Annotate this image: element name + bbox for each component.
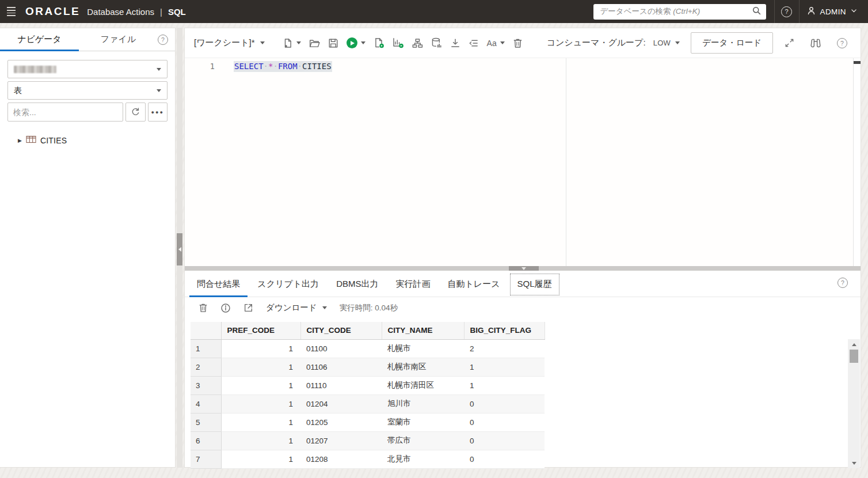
grid-cell[interactable]: 01110: [300, 376, 382, 394]
results-splitter[interactable]: [185, 266, 861, 271]
object-type-select[interactable]: 表: [7, 81, 167, 100]
grid-cell[interactable]: 01208: [300, 450, 382, 468]
grid-cell[interactable]: 北見市: [382, 450, 464, 468]
tab-sql-history[interactable]: SQL履歴: [509, 272, 561, 297]
tab-navigator[interactable]: ナビゲータ: [0, 28, 79, 51]
tree-item-cities[interactable]: ▶ CITIES: [18, 135, 167, 146]
run-script-button[interactable]: [374, 35, 384, 51]
chevron-down-icon[interactable]: [296, 41, 301, 44]
format-code-button[interactable]: [469, 35, 479, 51]
table-row[interactable]: 6101207帯広市0: [191, 431, 545, 450]
font-size-button[interactable]: Aa: [487, 35, 505, 51]
explain-plan-button[interactable]: [412, 35, 423, 51]
sidebar-help-button[interactable]: ?: [158, 35, 168, 45]
clear-worksheet-button[interactable]: [513, 35, 523, 51]
grid-cell[interactable]: 室蘭市: [382, 413, 464, 431]
editor-scrollbar[interactable]: [853, 58, 861, 266]
grid-cell[interactable]: 1: [221, 394, 300, 413]
grid-cell[interactable]: 札幌市清田区: [382, 376, 464, 394]
database-advanced-button[interactable]: [431, 35, 442, 51]
search-icon[interactable]: [752, 6, 762, 18]
expand-triangle-icon[interactable]: ▶: [18, 138, 22, 143]
grid-cell[interactable]: 旭川市: [382, 394, 464, 413]
worksheet-help-button[interactable]: ?: [837, 35, 847, 51]
chevron-down-icon[interactable]: [500, 41, 505, 44]
save-button[interactable]: [328, 35, 338, 51]
tab-autotrace[interactable]: 自動トレース: [439, 272, 508, 297]
grid-cell[interactable]: 1: [221, 339, 300, 358]
column-header-big-city-flag[interactable]: BIG_CITY_FLAG: [464, 322, 545, 339]
table-row[interactable]: 2101106札幌市南区1: [191, 358, 545, 376]
row-number-cell[interactable]: 2: [191, 358, 221, 376]
grid-cell[interactable]: 0: [464, 413, 545, 431]
scroll-down-button[interactable]: [848, 459, 860, 467]
grid-cell[interactable]: 1: [221, 450, 300, 468]
grid-cell[interactable]: 0: [464, 394, 545, 413]
binoculars-find-button[interactable]: [810, 35, 821, 51]
grid-cell[interactable]: 1: [221, 431, 300, 450]
hamburger-menu-icon[interactable]: [0, 0, 22, 23]
grid-cell[interactable]: 0: [464, 450, 545, 468]
info-button[interactable]: [220, 303, 231, 313]
grid-cell[interactable]: 帯広市: [382, 431, 464, 450]
user-menu[interactable]: ADMIN: [800, 0, 868, 23]
row-number-cell[interactable]: 1: [191, 339, 221, 358]
grid-cell[interactable]: 01204: [300, 394, 382, 413]
chevron-down-icon[interactable]: [361, 41, 366, 44]
autotrace-chart-button[interactable]: [393, 35, 404, 51]
grid-cell[interactable]: 01205: [300, 413, 382, 431]
clear-results-button[interactable]: [199, 303, 208, 313]
sql-editor[interactable]: 1 SELECT·*·FROM·CITIES: [185, 58, 861, 266]
grid-cell[interactable]: 1: [221, 376, 300, 394]
header-help-button[interactable]: ?: [775, 0, 799, 23]
run-statement-button[interactable]: [347, 35, 366, 51]
tab-explain-plan[interactable]: 実行計画: [387, 272, 439, 297]
more-options-button[interactable]: ●●●: [148, 103, 168, 122]
grid-cell[interactable]: 1: [221, 413, 300, 431]
download-dropdown[interactable]: ダウンロード: [266, 302, 327, 313]
refresh-button[interactable]: [125, 103, 146, 122]
table-row[interactable]: 4101204旭川市0: [191, 394, 545, 413]
table-row[interactable]: 1101100札幌市2: [191, 339, 545, 358]
row-number-header[interactable]: [191, 322, 221, 339]
expand-panel-button[interactable]: [785, 35, 794, 51]
editor-scrollbar-thumb[interactable]: [854, 61, 861, 64]
grid-cell[interactable]: 01100: [300, 339, 382, 358]
tab-files[interactable]: ファイル: [79, 28, 158, 51]
navigator-search-input[interactable]: [7, 103, 123, 122]
open-in-new-button[interactable]: [243, 303, 253, 313]
consumer-group-select[interactable]: LOW: [653, 39, 680, 47]
tab-query-result[interactable]: 問合せ結果: [188, 272, 249, 297]
grid-cell[interactable]: 1: [464, 376, 545, 394]
tab-script-output[interactable]: スクリプト出力: [249, 272, 328, 297]
results-splitter-handle[interactable]: [509, 266, 539, 271]
worksheet-dropdown[interactable]: [ワークシート]*: [194, 37, 265, 48]
column-header-city-name[interactable]: CITY_NAME: [382, 322, 464, 339]
results-help-button[interactable]: ?: [837, 278, 848, 288]
table-row[interactable]: 3101110札幌市清田区1: [191, 376, 545, 394]
row-number-cell[interactable]: 6: [191, 431, 221, 450]
grid-vertical-scrollbar[interactable]: [848, 339, 860, 468]
row-number-cell[interactable]: 3: [191, 376, 221, 394]
open-file-button[interactable]: [309, 35, 320, 51]
download-tray-button[interactable]: [450, 35, 460, 51]
scroll-up-button[interactable]: [848, 340, 860, 348]
grid-cell[interactable]: 01106: [300, 358, 382, 376]
code-line[interactable]: SELECT·*·FROM·CITIES: [234, 61, 332, 72]
sidebar-splitter[interactable]: [177, 28, 182, 468]
row-number-cell[interactable]: 5: [191, 413, 221, 431]
database-search-input[interactable]: データベースの検索 (Ctrl+K): [593, 4, 766, 20]
grid-cell[interactable]: 札幌市: [382, 339, 464, 358]
sidebar-splitter-handle[interactable]: [177, 233, 182, 265]
table-row[interactable]: 7101208北見市0: [191, 450, 545, 468]
grid-scrollbar-thumb[interactable]: [850, 350, 858, 363]
new-worksheet-button[interactable]: [283, 35, 301, 51]
grid-cell[interactable]: 0: [464, 431, 545, 450]
grid-cell[interactable]: 1: [221, 358, 300, 376]
column-header-pref-code[interactable]: PREF_CODE: [221, 322, 300, 339]
grid-cell[interactable]: 1: [464, 358, 545, 376]
schema-select[interactable]: [7, 60, 167, 78]
column-header-city-code[interactable]: CITY_CODE: [300, 322, 382, 339]
data-load-button[interactable]: データ・ロード: [691, 32, 773, 54]
table-row[interactable]: 5101205室蘭市0: [191, 413, 545, 431]
